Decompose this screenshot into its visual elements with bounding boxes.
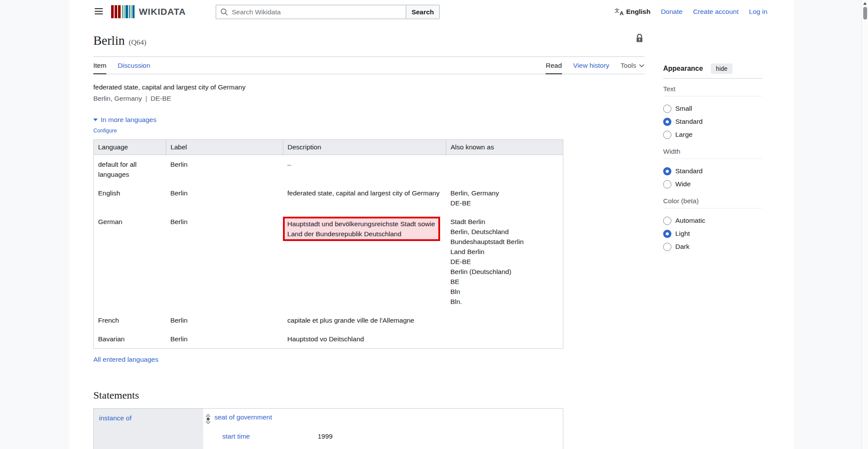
terms-table: Language Label Description Also known as… [93,139,563,349]
statement-property-column: instance of [94,409,203,449]
main-content: Berlin(Q64) Item Discussion Read View hi… [93,23,644,449]
rank-selector-icon[interactable] [206,414,210,426]
table-row: English Berlin federated state, capital … [94,184,563,212]
create-account-link[interactable]: Create account [693,8,739,16]
radio-circle-icon [663,243,671,251]
statements-heading: Statements [93,390,644,401]
appearance-section-color: Color (beta) Automatic Light Dark [663,197,762,253]
radio-color-light[interactable]: Light [663,227,762,240]
radio-circle-icon [663,167,671,175]
donate-link[interactable]: Donate [661,8,683,16]
login-link[interactable]: Log in [749,8,767,16]
tabs-row: Item Discussion Read View history Tools [93,57,644,74]
alias-separator: | [145,95,147,102]
search-bar: Search [216,5,440,19]
table-row: default for all languages Berlin – [94,155,563,184]
wikidata-logo[interactable]: WIKIDATA [111,5,186,18]
cell-language: French [94,311,166,330]
table-row: Bavarian Berlin Hauptstod vo Deitschland [94,330,563,349]
entity-description: federated state, capital and largest cit… [93,83,644,91]
title-row: Berlin(Q64) [93,23,644,57]
cell-label: Berlin [166,212,283,311]
cell-description: Hauptstod vo Deitschland [283,330,446,349]
radio-text-standard[interactable]: Standard [663,115,762,128]
radio-text-small[interactable]: Small [663,102,762,115]
col-header-label: Label [166,140,283,155]
radio-text-large[interactable]: Large [663,128,762,141]
statement-group: instance of seat of government start tim… [93,408,563,449]
qualifier-row: start time 1999 [222,432,563,440]
radio-circle-icon [663,118,671,126]
language-selector[interactable]: 文A English [615,8,651,16]
tab-discussion[interactable]: Discussion [118,57,150,74]
cell-label: Berlin [166,330,283,349]
statement-property-link[interactable]: instance of [99,414,132,422]
terms-table-header-row: Language Label Description Also known as [94,140,563,155]
semi-protection-lock-icon [635,34,644,45]
menu-icon[interactable] [95,8,103,15]
scrollbar-thumb[interactable] [863,7,867,20]
tab-item[interactable]: Item [93,57,106,74]
search-button[interactable]: Search [406,5,440,19]
wikidata-logo-text: WIKIDATA [139,7,186,17]
tab-view-history[interactable]: View history [573,57,609,74]
vertical-scrollbar[interactable] [861,0,868,449]
radio-color-dark[interactable]: Dark [663,240,762,253]
radio-width-wide[interactable]: Wide [663,178,762,191]
qualifier-property-link[interactable]: start time [222,432,318,440]
radio-circle-icon [663,180,671,188]
cell-label: Berlin [166,184,283,212]
cell-label: Berlin [166,311,283,330]
language-icon: 文A [615,8,624,16]
search-icon [220,8,228,18]
cell-aliases [446,311,563,330]
wikidata-logo-barcode-icon [111,5,135,18]
highlighted-description-box: Hauptstadt und bevölkerungsreichste Stad… [283,217,440,241]
chevron-down-icon [639,62,644,69]
appearance-title: Appearance [663,65,703,73]
caret-down-icon [93,119,98,121]
tab-tools-label: Tools [621,62,636,69]
scroll-up-arrow-icon[interactable] [863,2,867,5]
cell-language: English [94,184,166,212]
section-label-text: Text [663,85,762,96]
header-user-links: 文A English Donate Create account Log in [615,0,767,23]
cell-aliases [446,155,563,184]
radio-circle-icon [663,105,671,113]
entity-id: (Q64) [129,38,147,46]
cell-label: Berlin [166,155,283,184]
page-canvas: WIKIDATA Search 文A English Donate Create… [69,0,794,449]
appearance-section-text: Text Small Standard Large [663,85,762,141]
tab-read[interactable]: Read [546,57,562,74]
configure-link[interactable]: Configure [93,128,117,134]
appearance-hide-button[interactable]: hide [711,63,733,74]
col-header-language: Language [94,140,166,155]
top-header: WIKIDATA Search 文A English Donate Create… [69,0,794,23]
cell-aliases: Berlin, Germany DE-BE [446,184,563,212]
cell-language: Bavarian [94,330,166,349]
radio-color-automatic[interactable]: Automatic [663,214,762,227]
table-row: French Berlin capitale et plus grande vi… [94,311,563,330]
cell-language: German [94,212,166,311]
cell-language: default for all languages [94,155,166,184]
table-row: German Berlin Hauptstadt und bevölkerung… [94,212,563,311]
cell-description: Hauptstadt und bevölkerungsreichste Stad… [283,212,446,311]
alias-secondary: DE-BE [151,95,171,102]
qualifier-value: 1999 [318,432,332,440]
radio-circle-icon [663,217,671,225]
statement-value-column: seat of government start time 1999 1 ref… [203,409,563,449]
search-input[interactable] [216,5,406,19]
statement-value-link[interactable]: seat of government [214,413,272,421]
col-header-also-known-as: Also known as [446,140,563,155]
col-header-description: Description [283,140,446,155]
entity-aliases: Berlin, Germany|DE-BE [93,95,644,102]
page-title: Berlin [93,33,125,47]
tab-tools[interactable]: Tools [621,57,644,74]
all-entered-languages-link[interactable]: All entered languages [93,356,158,363]
radio-circle-icon [663,230,671,238]
in-more-languages-toggle[interactable]: In more languages [93,116,644,124]
radio-width-standard[interactable]: Standard [663,165,762,178]
appearance-section-width: Width Standard Wide [663,148,762,191]
cell-aliases [446,330,563,349]
appearance-panel: Appearance hide Text Small Standard Larg… [663,63,762,253]
